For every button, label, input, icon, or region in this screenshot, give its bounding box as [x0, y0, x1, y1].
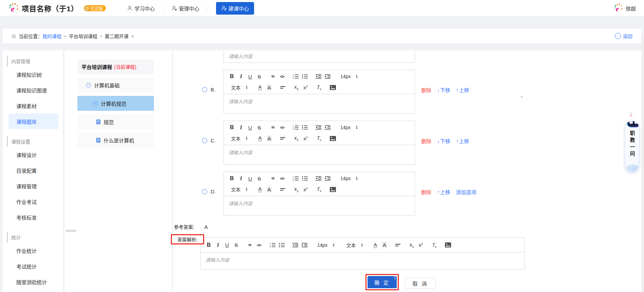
page-scrollbar[interactable] [642, 38, 644, 292]
strikethrough-icon[interactable]: S [256, 174, 263, 183]
confirm-button[interactable]: 确 定 [368, 276, 397, 288]
bold-icon[interactable]: B [228, 174, 235, 183]
bold-icon[interactable]: B [205, 241, 212, 249]
font-family-select[interactable]: 文本▴▾ [228, 134, 250, 142]
sidebar-item-catalog-config[interactable]: 目录配置 [3, 162, 63, 178]
sidebar-item-exam-stats[interactable]: 考试统计 [3, 258, 63, 274]
font-size-select[interactable]: 14px▴▾ [338, 72, 360, 81]
underline-icon[interactable]: U [247, 123, 254, 132]
font-size-select[interactable]: 14px▴▾ [338, 123, 360, 132]
italic-icon[interactable]: I [214, 241, 221, 249]
subscript-icon[interactable]: x2 [293, 83, 300, 91]
nav-management-center[interactable]: 管理中心 [172, 5, 199, 12]
code-icon[interactable]: </> [255, 241, 263, 249]
unordered-list-icon[interactable] [301, 174, 308, 183]
sidebar-item-homework-stats[interactable]: 作业统计 [3, 243, 63, 258]
unordered-list-icon[interactable] [278, 241, 285, 249]
clear-format-icon[interactable]: Tx [316, 185, 323, 193]
sidebar-item-quiz-stats[interactable]: 随堂测验统计 [3, 274, 63, 290]
indent-icon[interactable] [324, 123, 331, 132]
tree-node-what-is-computer[interactable]: 什么是计算机 [77, 133, 154, 148]
unordered-list-icon[interactable] [301, 72, 308, 81]
superscript-icon[interactable]: x2 [417, 241, 424, 249]
ordered-list-icon[interactable]: 123 [292, 174, 299, 183]
subscript-icon[interactable]: x2 [293, 185, 300, 193]
outdent-icon[interactable] [315, 174, 322, 183]
move-up-link[interactable]: ↑上移 [456, 86, 469, 93]
analysis-editor-content[interactable]: 请输入内容 [200, 253, 525, 270]
quote-icon[interactable]: ” [269, 174, 276, 183]
nav-course-building-center[interactable]: 建课中心 [216, 2, 254, 15]
sidebar-item-course-management[interactable]: 课程管理 [3, 178, 63, 194]
line-height-icon[interactable] [279, 134, 286, 142]
header-user[interactable]: e 徐超 [613, 3, 636, 14]
font-size-select[interactable]: 14px▴▾ [315, 241, 337, 249]
option-radio[interactable] [202, 189, 207, 194]
option-editor-content[interactable]: 请输入内容 [223, 145, 415, 165]
underline-icon[interactable]: U [247, 174, 254, 183]
delete-option-link[interactable]: 删除 [421, 137, 431, 144]
assistant-capsule-button[interactable]: 职教一问 [625, 121, 639, 172]
superscript-icon[interactable]: x2 [302, 185, 309, 193]
add-option-link[interactable]: 添加选项 [456, 188, 477, 195]
ordered-list-icon[interactable]: 123 [292, 72, 299, 81]
italic-icon[interactable]: I [237, 123, 245, 132]
text-color-icon[interactable]: A [256, 185, 264, 193]
sidebar-item-assessment-standard[interactable]: 考核标准 [3, 209, 63, 225]
question-stem-editor-content[interactable]: 请输入内容 [223, 50, 415, 63]
image-icon[interactable] [329, 134, 336, 142]
delete-option-link[interactable]: 删除 [421, 188, 431, 195]
ordered-list-icon[interactable]: 123 [292, 123, 299, 132]
line-height-icon[interactable] [279, 83, 286, 91]
superscript-icon[interactable]: x2 [302, 83, 309, 91]
subscript-icon[interactable]: x2 [408, 241, 415, 249]
option-radio[interactable] [202, 138, 207, 143]
bg-color-icon[interactable]: A [266, 185, 273, 193]
collapse-minus-icon[interactable] [86, 83, 91, 88]
indent-icon[interactable] [324, 72, 331, 81]
bg-color-icon[interactable]: A [266, 83, 273, 91]
font-family-select[interactable]: 文本▴▾ [343, 241, 365, 249]
collapse-minus-icon[interactable] [93, 101, 98, 106]
bold-icon[interactable]: B [228, 72, 235, 81]
image-icon[interactable] [329, 83, 336, 91]
indent-icon[interactable] [324, 174, 331, 183]
clear-format-icon[interactable]: Tx [316, 83, 323, 91]
image-icon[interactable] [329, 185, 336, 193]
font-size-select[interactable]: 14px▴▾ [338, 174, 360, 183]
move-up-link[interactable]: ↑上移 [437, 188, 450, 195]
line-height-icon[interactable] [394, 241, 401, 249]
breadcrumb-my-courses[interactable]: 我的课程 [42, 33, 61, 39]
option-radio[interactable] [202, 87, 207, 92]
font-family-select[interactable]: 文本▴▾ [228, 185, 250, 193]
underline-icon[interactable]: U [247, 72, 254, 81]
text-color-icon[interactable]: A [256, 83, 264, 91]
text-color-icon[interactable]: A [372, 241, 379, 249]
tree-node-computer-basics[interactable]: 计算机基础 [77, 78, 154, 92]
bg-color-icon[interactable]: A [266, 134, 273, 142]
ordered-list-icon[interactable]: 123 [269, 241, 276, 249]
outdent-icon[interactable] [315, 72, 322, 81]
option-editor-content[interactable]: 请输入内容 [223, 94, 415, 114]
code-icon[interactable]: </> [279, 174, 286, 183]
option-editor-content[interactable]: 请输入内容 [223, 196, 415, 216]
line-height-icon[interactable] [279, 185, 286, 193]
sidebar-item-course-design[interactable]: 课程设计 [3, 147, 63, 162]
move-down-link[interactable]: ↓下移 [437, 137, 450, 144]
bold-icon[interactable]: B [228, 123, 235, 132]
tree-scrollbar-thumb[interactable] [66, 230, 76, 232]
sidebar-item-course-question-bank[interactable]: 课程题库 [8, 114, 58, 129]
sidebar-item-homework-exam[interactable]: 作业考试 [3, 194, 63, 209]
collapse-handle-icon[interactable]: » [520, 94, 523, 99]
superscript-icon[interactable]: x2 [302, 134, 309, 142]
text-color-icon[interactable]: A [256, 134, 264, 142]
italic-icon[interactable]: I [237, 174, 245, 183]
font-family-select[interactable]: 文本▴▾ [228, 83, 250, 91]
outdent-icon[interactable] [315, 123, 322, 132]
underline-icon[interactable]: U [223, 241, 231, 249]
outdent-icon[interactable] [292, 241, 299, 249]
sidebar-item-course-knowledge-graph[interactable]: 课程知识图谱 [3, 82, 63, 98]
italic-icon[interactable]: I [237, 72, 245, 81]
chevron-down-icon[interactable]: ∨ [131, 34, 134, 38]
nav-learning-center[interactable]: 学习中心 [127, 5, 155, 12]
